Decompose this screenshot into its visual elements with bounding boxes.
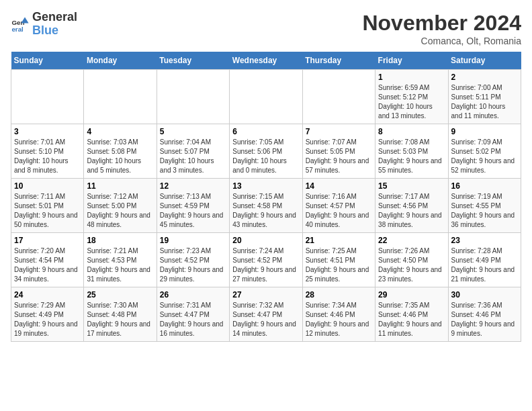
day-number: 12	[160, 181, 226, 191]
day-number: 8	[378, 127, 445, 136]
day-info: Sunrise: 7:12 AM Sunset: 5:00 PM Dayligh…	[87, 192, 153, 230]
calendar-cell	[157, 70, 229, 124]
day-number: 4	[87, 127, 153, 136]
calendar-week-row: 24Sunrise: 7:29 AM Sunset: 4:49 PM Dayli…	[11, 287, 521, 342]
day-info: Sunrise: 7:21 AM Sunset: 4:53 PM Dayligh…	[87, 246, 153, 284]
day-number: 5	[160, 127, 226, 136]
day-of-week-header: Sunday	[11, 52, 84, 70]
day-number: 3	[14, 127, 81, 136]
day-info: Sunrise: 7:04 AM Sunset: 5:07 PM Dayligh…	[160, 138, 226, 175]
calendar-cell: 13Sunrise: 7:15 AM Sunset: 4:58 PM Dayli…	[230, 179, 302, 233]
calendar-body: 1Sunrise: 6:59 AM Sunset: 5:12 PM Daylig…	[11, 70, 521, 342]
title-block: November 2024 Comanca, Olt, Romania	[362, 11, 521, 46]
day-info: Sunrise: 7:19 AM Sunset: 4:55 PM Dayligh…	[451, 192, 518, 230]
day-info: Sunrise: 7:03 AM Sunset: 5:08 PM Dayligh…	[87, 138, 153, 175]
day-info: Sunrise: 7:29 AM Sunset: 4:49 PM Dayligh…	[14, 301, 81, 338]
logo: Gen eral General Blue	[11, 11, 77, 38]
day-number: 17	[14, 236, 81, 245]
logo-line2: Blue	[32, 24, 58, 37]
day-number: 27	[232, 290, 299, 300]
day-number: 23	[451, 236, 518, 245]
calendar-cell: 29Sunrise: 7:35 AM Sunset: 4:46 PM Dayli…	[375, 287, 448, 342]
day-of-week-header: Friday	[375, 52, 448, 70]
calendar-cell: 7Sunrise: 7:07 AM Sunset: 5:05 PM Daylig…	[302, 124, 375, 179]
day-of-week-header: Thursday	[302, 52, 375, 70]
day-number: 29	[378, 290, 445, 300]
calendar-week-row: 10Sunrise: 7:11 AM Sunset: 5:01 PM Dayli…	[11, 179, 521, 233]
day-info: Sunrise: 7:31 AM Sunset: 4:47 PM Dayligh…	[160, 301, 226, 338]
day-number: 25	[87, 290, 153, 300]
day-info: Sunrise: 7:35 AM Sunset: 4:46 PM Dayligh…	[378, 301, 445, 338]
calendar-cell: 23Sunrise: 7:28 AM Sunset: 4:49 PM Dayli…	[448, 233, 521, 287]
day-info: Sunrise: 7:16 AM Sunset: 4:57 PM Dayligh…	[306, 192, 372, 230]
day-info: Sunrise: 7:17 AM Sunset: 4:56 PM Dayligh…	[378, 192, 445, 230]
calendar-cell: 16Sunrise: 7:19 AM Sunset: 4:55 PM Dayli…	[448, 179, 521, 233]
logo-text: General Blue	[32, 11, 77, 38]
calendar-cell	[302, 70, 375, 124]
day-number: 15	[378, 181, 445, 191]
calendar-cell: 9Sunrise: 7:09 AM Sunset: 5:02 PM Daylig…	[448, 124, 521, 179]
calendar-cell: 21Sunrise: 7:25 AM Sunset: 4:51 PM Dayli…	[302, 233, 375, 287]
day-info: Sunrise: 7:23 AM Sunset: 4:52 PM Dayligh…	[160, 246, 226, 284]
day-number: 10	[14, 181, 81, 191]
day-info: Sunrise: 7:28 AM Sunset: 4:49 PM Dayligh…	[451, 246, 518, 284]
day-number: 28	[306, 290, 372, 300]
day-of-week-header: Wednesday	[230, 52, 302, 70]
calendar-cell: 3Sunrise: 7:01 AM Sunset: 5:10 PM Daylig…	[11, 124, 84, 179]
calendar-cell	[230, 70, 302, 124]
calendar-cell: 15Sunrise: 7:17 AM Sunset: 4:56 PM Dayli…	[375, 179, 448, 233]
calendar-cell	[11, 70, 84, 124]
day-info: Sunrise: 7:15 AM Sunset: 4:58 PM Dayligh…	[232, 192, 299, 230]
day-number: 30	[451, 290, 518, 300]
day-info: Sunrise: 7:26 AM Sunset: 4:50 PM Dayligh…	[378, 246, 445, 284]
day-info: Sunrise: 7:34 AM Sunset: 4:46 PM Dayligh…	[306, 301, 372, 338]
day-number: 13	[232, 181, 299, 191]
calendar-cell: 25Sunrise: 7:30 AM Sunset: 4:48 PM Dayli…	[84, 287, 157, 342]
calendar-cell: 8Sunrise: 7:08 AM Sunset: 5:03 PM Daylig…	[375, 124, 448, 179]
day-info: Sunrise: 7:09 AM Sunset: 5:02 PM Dayligh…	[451, 138, 518, 175]
calendar-cell: 6Sunrise: 7:05 AM Sunset: 5:06 PM Daylig…	[230, 124, 302, 179]
calendar-week-row: 17Sunrise: 7:20 AM Sunset: 4:54 PM Dayli…	[11, 233, 521, 287]
location-subtitle: Comanca, Olt, Romania	[362, 36, 521, 46]
day-info: Sunrise: 7:20 AM Sunset: 4:54 PM Dayligh…	[14, 246, 81, 284]
day-info: Sunrise: 7:01 AM Sunset: 5:10 PM Dayligh…	[14, 138, 81, 175]
day-info: Sunrise: 7:11 AM Sunset: 5:01 PM Dayligh…	[14, 192, 81, 230]
day-info: Sunrise: 7:30 AM Sunset: 4:48 PM Dayligh…	[87, 301, 153, 338]
calendar-cell: 10Sunrise: 7:11 AM Sunset: 5:01 PM Dayli…	[11, 179, 84, 233]
calendar-header-row: SundayMondayTuesdayWednesdayThursdayFrid…	[11, 52, 521, 70]
day-number: 9	[451, 127, 518, 136]
calendar-cell: 20Sunrise: 7:24 AM Sunset: 4:52 PM Dayli…	[230, 233, 302, 287]
calendar-cell: 26Sunrise: 7:31 AM Sunset: 4:47 PM Dayli…	[157, 287, 229, 342]
day-info: Sunrise: 7:00 AM Sunset: 5:11 PM Dayligh…	[451, 83, 518, 121]
day-of-week-header: Saturday	[448, 52, 521, 70]
day-number: 14	[306, 181, 372, 191]
calendar-cell: 27Sunrise: 7:32 AM Sunset: 4:47 PM Dayli…	[230, 287, 302, 342]
day-number: 21	[306, 236, 372, 245]
day-info: Sunrise: 7:36 AM Sunset: 4:46 PM Dayligh…	[451, 301, 518, 338]
calendar-week-row: 1Sunrise: 6:59 AM Sunset: 5:12 PM Daylig…	[11, 70, 521, 124]
day-number: 18	[87, 236, 153, 245]
day-number: 22	[378, 236, 445, 245]
logo-line1: General	[32, 11, 77, 24]
calendar-cell: 2Sunrise: 7:00 AM Sunset: 5:11 PM Daylig…	[448, 70, 521, 124]
day-info: Sunrise: 7:25 AM Sunset: 4:51 PM Dayligh…	[306, 246, 372, 284]
day-number: 11	[87, 181, 153, 191]
day-number: 2	[451, 73, 518, 82]
day-info: Sunrise: 7:13 AM Sunset: 4:59 PM Dayligh…	[160, 192, 226, 230]
calendar-cell: 30Sunrise: 7:36 AM Sunset: 4:46 PM Dayli…	[448, 287, 521, 342]
day-number: 1	[378, 73, 445, 82]
calendar-cell: 19Sunrise: 7:23 AM Sunset: 4:52 PM Dayli…	[157, 233, 229, 287]
day-number: 19	[160, 236, 226, 245]
calendar-cell: 17Sunrise: 7:20 AM Sunset: 4:54 PM Dayli…	[11, 233, 84, 287]
day-number: 16	[451, 181, 518, 191]
calendar-cell: 22Sunrise: 7:26 AM Sunset: 4:50 PM Dayli…	[375, 233, 448, 287]
calendar-cell: 1Sunrise: 6:59 AM Sunset: 5:12 PM Daylig…	[375, 70, 448, 124]
day-info: Sunrise: 7:07 AM Sunset: 5:05 PM Dayligh…	[306, 138, 372, 175]
calendar-cell: 11Sunrise: 7:12 AM Sunset: 5:00 PM Dayli…	[84, 179, 157, 233]
calendar-cell: 18Sunrise: 7:21 AM Sunset: 4:53 PM Dayli…	[84, 233, 157, 287]
day-number: 7	[306, 127, 372, 136]
svg-text:eral: eral	[11, 26, 24, 33]
calendar-cell: 4Sunrise: 7:03 AM Sunset: 5:08 PM Daylig…	[84, 124, 157, 179]
calendar-cell: 12Sunrise: 7:13 AM Sunset: 4:59 PM Dayli…	[157, 179, 229, 233]
day-of-week-header: Tuesday	[157, 52, 229, 70]
